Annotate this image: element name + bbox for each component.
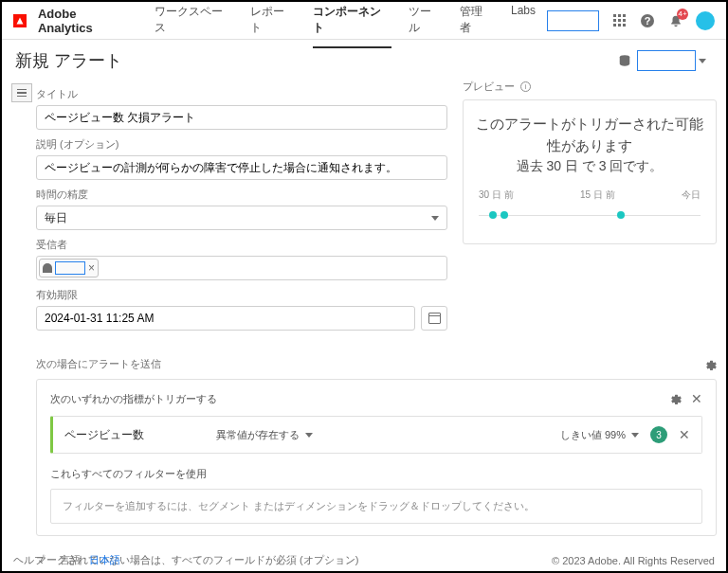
adobe-logo bbox=[13, 14, 27, 27]
filter-drop-zone[interactable]: フィルターを追加するには、セグメント またはディメンションをドラッグ＆ドロップし… bbox=[50, 489, 702, 524]
notifications-icon[interactable]: 4+ bbox=[667, 12, 684, 29]
desc-label: 説明 (オプション) bbox=[36, 137, 447, 152]
chevron-down-icon bbox=[631, 433, 639, 438]
expiry-label: 有効期限 bbox=[36, 288, 447, 302]
help-icon[interactable]: ? bbox=[639, 12, 656, 29]
nav-components[interactable]: コンポーネント bbox=[313, 0, 391, 48]
nav-reports[interactable]: レポート bbox=[250, 0, 296, 48]
count-badge: 3 bbox=[650, 426, 667, 443]
trigger-header: 次のいずれかの指標がトリガーする bbox=[50, 392, 217, 406]
lang-label: 言語 : bbox=[60, 553, 86, 567]
threshold-select[interactable]: しきい値 99% bbox=[560, 428, 639, 442]
nav-tools[interactable]: ツール bbox=[409, 0, 443, 48]
metric-row: ページビュー数 異常値が存在する しきい値 99% 3 ✕ bbox=[50, 416, 702, 454]
user-icon bbox=[43, 263, 52, 273]
chevron-down-icon bbox=[431, 216, 439, 221]
page-title: 新規 アラート bbox=[15, 49, 122, 72]
timeline-end: 今日 bbox=[682, 188, 701, 202]
preview-label: プレビュー bbox=[463, 80, 515, 94]
recipient-input[interactable]: × bbox=[36, 256, 447, 280]
granularity-label: 時間の精度 bbox=[36, 188, 447, 202]
nav-workspace[interactable]: ワークスペース bbox=[155, 0, 233, 48]
trigger-gear-icon[interactable] bbox=[668, 392, 682, 405]
recipient-tag: × bbox=[39, 259, 99, 278]
brand-name: Adobe Analytics bbox=[38, 7, 134, 35]
recipient-name bbox=[55, 261, 85, 275]
timeline-mid: 15 日 前 bbox=[580, 188, 615, 202]
remove-metric-icon[interactable]: ✕ bbox=[679, 427, 690, 442]
copyright: © 2023 Adobe. All Rights Reserved bbox=[552, 555, 715, 566]
help-link[interactable]: ヘルプ bbox=[13, 553, 45, 567]
preview-subtitle: 過去 30 日 で 3 回です。 bbox=[475, 158, 704, 175]
rail-toggle[interactable] bbox=[11, 83, 32, 102]
calendar-button[interactable] bbox=[421, 306, 447, 331]
nav-labs[interactable]: Labs bbox=[511, 0, 536, 48]
condition-select[interactable]: 異常値が存在する bbox=[216, 428, 313, 442]
info-icon[interactable]: i bbox=[520, 81, 531, 92]
calendar-icon bbox=[428, 313, 441, 324]
recipient-label: 受信者 bbox=[36, 238, 447, 252]
svg-text:?: ? bbox=[645, 15, 651, 27]
preview-title: このアラートがトリガーされた可能性があります bbox=[475, 114, 704, 156]
preview-timeline bbox=[475, 207, 704, 226]
metric-name: ページビュー数 bbox=[64, 427, 216, 443]
desc-input[interactable] bbox=[36, 155, 447, 180]
apps-icon[interactable] bbox=[610, 12, 628, 29]
timeline-start: 30 日 前 bbox=[479, 188, 514, 202]
nav-admin[interactable]: 管理者 bbox=[460, 0, 494, 48]
alert-section-header: 次の場合にアラートを送信 bbox=[36, 357, 161, 371]
chevron-down-icon bbox=[305, 433, 313, 438]
search-input[interactable] bbox=[547, 10, 599, 31]
data-icon bbox=[618, 54, 631, 67]
avatar[interactable] bbox=[696, 11, 715, 30]
lang-link[interactable]: 日本語 bbox=[89, 553, 120, 567]
close-trigger-icon[interactable]: ✕ bbox=[691, 391, 702, 406]
filter-label: これらすべてのフィルターを使用 bbox=[50, 467, 702, 481]
expiry-input[interactable] bbox=[36, 306, 415, 331]
granularity-select[interactable]: 毎日 bbox=[36, 206, 447, 230]
title-label: タイトル bbox=[36, 87, 447, 101]
gear-icon[interactable] bbox=[703, 358, 717, 371]
notification-badge: 4+ bbox=[677, 9, 688, 20]
remove-recipient-icon[interactable]: × bbox=[88, 262, 95, 274]
title-input[interactable] bbox=[36, 105, 447, 130]
preview-card: このアラートがトリガーされた可能性があります 過去 30 日 で 3 回です。 … bbox=[463, 99, 717, 244]
report-suite-select[interactable] bbox=[637, 50, 696, 71]
